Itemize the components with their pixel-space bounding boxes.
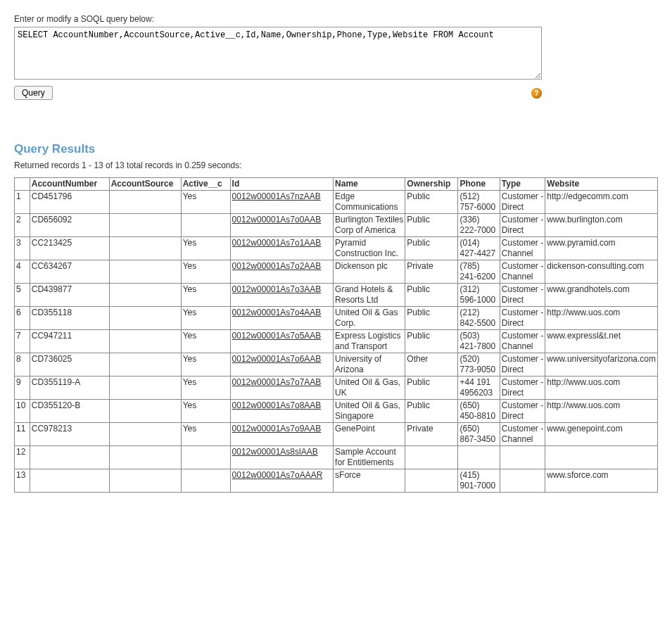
id-link[interactable]: 0012w00001As7o3AAB [232,284,322,294]
column-header: Phone [458,178,500,191]
id-link[interactable]: 0012w00001As7o2AAB [232,261,322,271]
id-link[interactable]: 0012w00001As7o9AAB [232,424,322,434]
cell-Website: http://www.uos.com [545,400,658,423]
cell-Phone: +44 191 4956203 [458,377,500,400]
cell-Id: 0012w00001As7o5AAB [230,330,334,353]
cell-AccountSource [109,353,181,377]
cell-Ownership: Public [405,284,458,307]
cell-Id: 0012w00001As7nzAAB [230,191,334,214]
cell-Ownership: Public [405,307,458,330]
id-link[interactable]: 0012w00001As7nzAAB [232,191,321,201]
cell-Ownership: Other [405,353,458,377]
cell-n: 5 [15,284,30,307]
cell-Type: Customer - Direct [500,400,545,423]
query-label: Enter or modify a SOQL query below: [14,14,658,24]
cell-AccountNumber [30,446,109,469]
results-summary: Returned records 1 - 13 of 13 total reco… [14,160,658,170]
results-table: AccountNumberAccountSourceActive__cIdNam… [14,177,658,493]
cell-AccountNumber: CD355118 [30,307,109,330]
cell-AccountNumber: CC978213 [30,423,109,446]
help-icon[interactable]: ? [531,88,542,99]
id-link[interactable]: 0012w00001As7o4AAB [232,308,322,317]
cell-Phone: (650) 867-3450 [458,423,500,446]
cell-Ownership [405,446,458,469]
cell-n: 7 [15,330,30,353]
column-header: Ownership [405,178,458,191]
cell-Active__c [181,214,230,237]
cell-Name: Edge Communications [334,191,405,214]
cell-Ownership: Public [405,330,458,353]
cell-Name: GenePoint [334,423,405,446]
table-row: 3CC213425Yes0012w00001As7o1AABPyramid Co… [15,237,658,260]
id-link[interactable]: 0012w00001As7oAAAR [232,470,323,480]
cell-Type: Customer - Channel [500,423,545,446]
cell-Active__c: Yes [181,284,230,307]
cell-Website: http://edgecomm.com [545,191,658,214]
id-link[interactable]: 0012w00001As7o0AAB [232,215,322,224]
cell-AccountNumber: CC947211 [30,330,109,353]
cell-n: 8 [15,353,30,377]
column-header: Name [334,178,405,191]
table-row: 10CD355120-BYes0012w00001As7o8AABUnited … [15,400,658,423]
cell-Website: www.grandhotels.com [545,284,658,307]
cell-n: 12 [15,446,30,469]
column-header: Website [545,178,658,191]
cell-Ownership: Private [405,260,458,284]
table-row: 2CD6560920012w00001As7o0AABBurlington Te… [15,214,658,237]
cell-Phone: (312) 596-1000 [458,284,500,307]
id-link[interactable]: 0012w00001As7o8AAB [232,400,322,410]
table-row: 1CD451796Yes0012w00001As7nzAABEdge Commu… [15,191,658,214]
cell-Active__c: Yes [181,400,230,423]
cell-Name: United Oil & Gas, Singapore [334,400,405,423]
cell-Website: www.pyramid.com [545,237,658,260]
cell-n: 4 [15,260,30,284]
cell-AccountSource [109,446,181,469]
cell-AccountSource [109,191,181,214]
cell-Website: www.sforce.com [545,469,658,493]
cell-Id: 0012w00001As7o6AAB [230,353,334,377]
cell-Name: Grand Hotels & Resorts Ltd [334,284,405,307]
cell-n: 10 [15,400,30,423]
cell-Active__c: Yes [181,307,230,330]
cell-AccountNumber: CC213425 [30,237,109,260]
cell-Id: 0012w00001As7o9AAB [230,423,334,446]
cell-Type [500,446,545,469]
column-header: AccountNumber [30,178,109,191]
cell-Phone: (014) 427-4427 [458,237,500,260]
cell-Ownership: Public [405,400,458,423]
cell-n: 9 [15,377,30,400]
cell-Active__c: Yes [181,377,230,400]
id-link[interactable]: 0012w00001As8slAAB [232,447,318,457]
cell-Phone: (650) 450-8810 [458,400,500,423]
cell-Phone: (212) 842-5500 [458,307,500,330]
cell-n: 11 [15,423,30,446]
soql-textarea[interactable] [14,27,542,80]
id-link[interactable]: 0012w00001As7o7AAB [232,377,322,387]
cell-AccountSource [109,469,181,493]
cell-Active__c [181,469,230,493]
cell-Ownership: Public [405,191,458,214]
cell-Id: 0012w00001As7o8AAB [230,400,334,423]
cell-Type [500,469,545,493]
cell-Website [545,446,658,469]
cell-Website: www.burlington.com [545,214,658,237]
id-link[interactable]: 0012w00001As7o5AAB [232,331,322,341]
cell-Active__c: Yes [181,353,230,377]
cell-Id: 0012w00001As7oAAAR [230,469,334,493]
id-link[interactable]: 0012w00001As7o1AAB [232,238,322,248]
cell-Website: www.genepoint.com [545,423,658,446]
cell-Website: www.expressl&t.net [545,330,658,353]
cell-Id: 0012w00001As8slAAB [230,446,334,469]
cell-Active__c: Yes [181,423,230,446]
cell-n: 1 [15,191,30,214]
cell-AccountSource [109,237,181,260]
column-header: Active__c [181,178,230,191]
id-link[interactable]: 0012w00001As7o6AAB [232,354,322,364]
cell-Phone: (520) 773-9050 [458,353,500,377]
cell-AccountNumber: CD355119-A [30,377,109,400]
cell-Name: Pyramid Construction Inc. [334,237,405,260]
query-button[interactable]: Query [14,86,53,100]
cell-Website: http://www.uos.com [545,307,658,330]
cell-AccountNumber: CD451796 [30,191,109,214]
table-row: 4CC634267Yes0012w00001As7o2AABDickenson … [15,260,658,284]
